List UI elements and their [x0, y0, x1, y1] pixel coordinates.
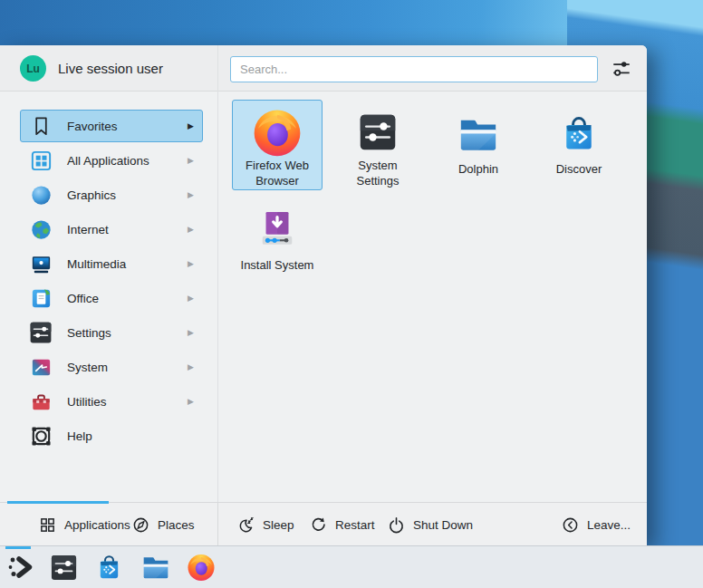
sidebar-item-label: Help — [67, 429, 92, 443]
sidebar-item-label: Graphics — [67, 188, 116, 202]
search-input[interactable] — [230, 56, 598, 82]
taskbar-dolphin-icon[interactable] — [141, 553, 170, 582]
restart-icon — [310, 516, 327, 534]
sidebar-item-graphics[interactable]: Graphics ▶ — [0, 178, 217, 212]
app-tile-label: Discover — [537, 162, 621, 178]
sidebar-item-help[interactable]: Help — [0, 419, 217, 453]
app-tile-discover[interactable]: Discover — [534, 100, 624, 190]
taskbar-application-launcher-icon[interactable] — [5, 553, 34, 582]
sidebar-item-label: System — [67, 361, 108, 374]
action-label: Restart — [335, 518, 375, 532]
launcher-footer: Applications Places Sleep — [0, 502, 647, 545]
taskbar-active-indicator — [5, 546, 31, 549]
app-tile-label: Dolphin — [437, 162, 520, 178]
submenu-arrow-icon: ▶ — [188, 190, 194, 199]
submenu-arrow-icon: ▶ — [188, 225, 194, 234]
launcher-header: Lu Live session user — [0, 45, 647, 92]
install-system-icon — [256, 202, 298, 258]
power-icon — [388, 516, 405, 534]
configure-button[interactable] — [611, 58, 632, 80]
footer-divider — [217, 503, 218, 545]
bookmark-icon — [29, 114, 53, 139]
submenu-arrow-icon: ▶ — [188, 156, 194, 165]
leave-button[interactable]: Leave... — [562, 503, 631, 546]
app-tile-install-system[interactable]: Install System — [232, 196, 323, 286]
submenu-arrow-icon: ▶ — [188, 259, 194, 268]
sliders-icon — [611, 58, 632, 80]
taskbar-system-settings-icon[interactable] — [50, 553, 79, 582]
tab-label: Places — [158, 518, 195, 532]
discover-bag-icon — [559, 106, 599, 162]
toolbox-icon — [29, 390, 53, 414]
sidebar-item-label: All Applications — [67, 154, 149, 168]
sidebar-item-favorites[interactable]: Favorites ▶ — [0, 109, 217, 143]
sidebar-item-label: Utilities — [67, 395, 107, 409]
taskbar-discover-icon[interactable] — [95, 553, 124, 582]
sleep-moon-icon — [237, 516, 255, 534]
submenu-arrow-icon: ▶ — [188, 294, 194, 303]
favorites-app-grid: Firefox Web Browser System Settings Dolp… — [218, 100, 645, 500]
globe-icon — [29, 217, 53, 242]
settings-sliders-icon — [29, 321, 53, 345]
leave-icon — [562, 516, 579, 534]
user-avatar[interactable]: Lu — [20, 55, 46, 82]
app-tile-label: System Settings — [336, 159, 419, 189]
submenu-arrow-icon: ▶ — [188, 362, 194, 371]
sidebar-item-all-applications[interactable]: All Applications ▶ — [0, 143, 217, 178]
sidebar-item-utilities[interactable]: Utilities ▶ — [0, 384, 217, 419]
applications-grid-icon — [29, 149, 53, 173]
sidebar-item-label: Settings — [67, 326, 111, 340]
submenu-arrow-icon: ▶ — [188, 397, 194, 406]
tab-applications[interactable]: Applications — [39, 503, 130, 546]
system-settings-icon — [358, 106, 398, 159]
tab-label: Applications — [64, 518, 130, 532]
app-tile-label: Install System — [236, 258, 319, 274]
restart-button[interactable]: Restart — [310, 503, 375, 546]
action-label: Shut Down — [413, 518, 473, 532]
action-label: Sleep — [263, 518, 294, 532]
user-name: Live session user — [58, 45, 163, 92]
sidebar-item-label: Internet — [67, 223, 109, 236]
applications-tab-icon — [39, 516, 56, 534]
system-monitor-icon — [29, 355, 53, 380]
application-launcher-popup: Lu Live session user Favorites ▶ — [0, 45, 647, 545]
sidebar-item-system[interactable]: System ▶ — [0, 350, 217, 384]
sleep-button[interactable]: Sleep — [237, 503, 294, 546]
action-label: Leave... — [587, 518, 631, 532]
app-tile-label: Firefox Web Browser — [236, 159, 319, 189]
sidebar-item-settings[interactable]: Settings ▶ — [0, 315, 217, 350]
submenu-arrow-icon: ▶ — [188, 328, 194, 337]
sidebar-item-multimedia[interactable]: Multimedia ▶ — [0, 246, 217, 281]
app-tile-firefox[interactable]: Firefox Web Browser — [232, 100, 323, 190]
category-sidebar: Favorites ▶ All Applications ▶ — [0, 109, 217, 453]
graphics-sphere-icon — [29, 183, 53, 207]
tab-places[interactable]: Places — [132, 503, 195, 546]
sidebar-item-office[interactable]: Office ▶ — [0, 281, 217, 315]
sidebar-item-label: Office — [67, 292, 99, 305]
office-document-icon — [29, 286, 53, 311]
firefox-icon — [252, 106, 303, 159]
app-tile-system-settings[interactable]: System Settings — [332, 100, 423, 190]
help-icon — [29, 424, 53, 448]
folder-icon — [457, 106, 499, 162]
taskbar-firefox-icon[interactable] — [187, 553, 216, 582]
sidebar-item-label: Favorites — [67, 120, 118, 133]
sidebar-item-internet[interactable]: Internet ▶ — [0, 212, 217, 246]
taskbar — [0, 545, 703, 588]
app-tile-dolphin[interactable]: Dolphin — [433, 100, 524, 190]
shut-down-button[interactable]: Shut Down — [388, 503, 473, 546]
compass-icon — [132, 516, 149, 534]
multimedia-screen-icon — [29, 252, 53, 276]
sidebar-item-label: Multimedia — [67, 257, 126, 271]
submenu-arrow-icon: ▶ — [188, 121, 194, 130]
